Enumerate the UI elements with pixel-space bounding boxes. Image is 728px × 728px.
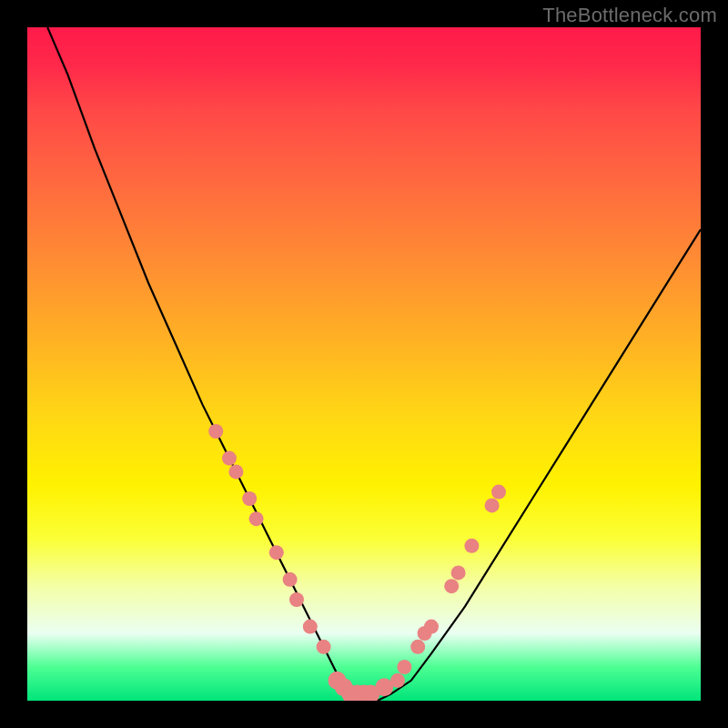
watermark-text: TheBottleneck.com — [542, 4, 717, 27]
data-marker — [283, 572, 298, 587]
data-marker — [228, 464, 243, 479]
data-marker — [444, 579, 459, 593]
data-marker — [390, 673, 405, 688]
data-marker — [451, 565, 466, 580]
data-marker — [410, 640, 425, 654]
data-marker — [289, 592, 304, 607]
data-marker — [303, 620, 318, 634]
bottleneck-curve — [47, 27, 701, 701]
data-marker — [424, 620, 439, 634]
data-marker — [269, 545, 284, 560]
data-marker — [208, 424, 223, 439]
chart-frame: TheBottleneck.com — [0, 0, 728, 728]
data-marker — [464, 539, 479, 553]
data-marker — [317, 640, 331, 654]
data-marker — [242, 491, 257, 506]
chart-svg — [27, 27, 701, 701]
data-marker — [222, 451, 237, 466]
data-marker — [485, 498, 500, 512]
data-marker — [249, 511, 264, 526]
plot-area — [27, 27, 701, 701]
data-markers — [208, 424, 506, 701]
data-marker — [491, 485, 506, 500]
data-marker — [397, 660, 411, 674]
